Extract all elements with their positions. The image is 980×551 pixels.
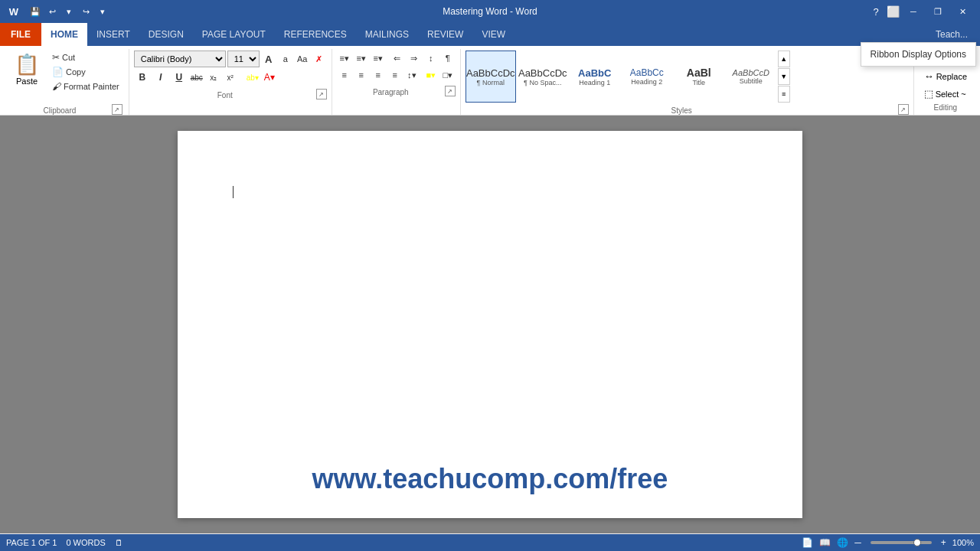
undo-btn[interactable]: ↩ xyxy=(44,4,60,19)
font-label: Font xyxy=(134,91,316,99)
styles-more-btn[interactable]: ≡ xyxy=(778,86,790,103)
paragraph-group: ≡▾ ≡▾ ≡▾ ⇐ ⇒ ↕ ¶ ≡ ≡ ≡ ≡ ↕▾ ■▾ □▾ Paragr… xyxy=(332,49,461,115)
font-grow-btn[interactable]: A xyxy=(261,51,276,67)
view-web-icon[interactable]: 🌐 xyxy=(837,537,848,548)
clear-format-btn[interactable]: ✗ xyxy=(312,51,327,67)
format-painter-button[interactable]: 🖌 Format Painter xyxy=(49,80,122,93)
style-normal[interactable]: AaBbCcDc ¶ Normal xyxy=(466,51,516,103)
clipboard-side: ✂ Cut 📄 Copy 🖌 Format Painter xyxy=(49,51,122,103)
replace-button[interactable]: ↔ Replace xyxy=(919,68,972,84)
undo-dropdown-btn[interactable]: ▾ xyxy=(61,4,77,19)
format-painter-icon: 🖌 xyxy=(52,81,61,92)
bullets-btn[interactable]: ≡▾ xyxy=(337,51,352,66)
view-print-icon[interactable]: 📄 xyxy=(802,537,813,548)
justify-btn[interactable]: ≡ xyxy=(387,67,403,83)
paste-label: Paste xyxy=(16,77,38,86)
help-btn[interactable]: ? xyxy=(868,4,884,19)
style-heading2-label: Heading 2 xyxy=(631,78,662,86)
select-button[interactable]: ⬚ Select ~ xyxy=(919,86,972,102)
style-subtitle[interactable]: AaBbCcD Subtitle xyxy=(726,51,776,103)
tab-view[interactable]: VIEW xyxy=(472,23,514,46)
style-no-spacing-preview: AaBbCcDc xyxy=(518,67,567,79)
tab-mailings[interactable]: MAILINGS xyxy=(356,23,418,46)
tab-home[interactable]: HOME xyxy=(41,23,87,46)
bold-btn[interactable]: B xyxy=(134,69,151,86)
align-right-btn[interactable]: ≡ xyxy=(371,67,386,83)
ribbon: FILE HOME INSERT DESIGN PAGE LAYOUT REFE… xyxy=(0,23,980,116)
style-title[interactable]: AaBl Title xyxy=(674,51,724,103)
tab-review[interactable]: REVIEW xyxy=(418,23,472,46)
multilevel-btn[interactable]: ≡▾ xyxy=(371,51,386,66)
styles-group: AaBbCcDc ¶ Normal AaBbCcDc ¶ No Spac... … xyxy=(461,49,914,115)
tab-pagelayout[interactable]: PAGE LAYOUT xyxy=(193,23,275,46)
paste-button[interactable]: 📋 Paste xyxy=(8,51,46,103)
sort-btn[interactable]: ↕ xyxy=(423,51,439,66)
align-center-btn[interactable]: ≡ xyxy=(354,67,369,83)
style-heading1[interactable]: AaBbC Heading 1 xyxy=(570,51,620,103)
tab-design[interactable]: DESIGN xyxy=(139,23,193,46)
editing-label: Editing xyxy=(919,103,972,112)
decrease-indent-btn[interactable]: ⇐ xyxy=(390,51,405,66)
zoom-out-icon[interactable]: ─ xyxy=(854,537,861,548)
font-case-btn[interactable]: Aa xyxy=(295,51,310,67)
font-row-2: B I U abc x₂ x² ab▾ A▾ xyxy=(134,69,327,86)
font-size-select[interactable]: 11 xyxy=(227,51,260,67)
styles-expand-btn[interactable]: ↗ xyxy=(898,104,909,115)
document-area: www.teachucomp.com/free xyxy=(0,116,980,533)
ribbon-display-options-btn[interactable]: ⬜ xyxy=(885,4,900,19)
highlight-btn[interactable]: ab▾ xyxy=(245,70,260,85)
quick-access-toolbar: 💾 ↩ ▾ ↪ ▾ xyxy=(28,4,110,19)
font-group-label-row: Font ↗ xyxy=(134,89,327,99)
subscript-btn[interactable]: x₂ xyxy=(206,70,221,85)
zoom-slider[interactable] xyxy=(871,541,932,544)
superscript-btn[interactable]: x² xyxy=(223,70,238,85)
line-spacing-btn[interactable]: ↕▾ xyxy=(404,67,420,83)
font-expand-btn[interactable]: ↗ xyxy=(316,89,327,99)
font-color-btn[interactable]: A▾ xyxy=(262,70,277,85)
restore-btn[interactable]: ❐ xyxy=(926,4,949,19)
italic-btn[interactable]: I xyxy=(152,69,169,86)
strikethrough-btn[interactable]: abc xyxy=(189,70,204,85)
copy-button[interactable]: 📄 Copy xyxy=(49,65,122,79)
language-indicator: 🗒 xyxy=(115,538,123,547)
styles-scroll-down[interactable]: ▼ xyxy=(778,68,790,85)
align-left-btn[interactable]: ≡ xyxy=(337,67,352,83)
close-btn[interactable]: ✕ xyxy=(951,4,974,19)
status-bar: PAGE 1 OF 1 0 WORDS 🗒 📄 📖 🌐 ─ + 100% xyxy=(0,534,980,551)
tab-file[interactable]: FILE xyxy=(0,23,41,46)
document-page[interactable]: www.teachucomp.com/free xyxy=(178,131,802,518)
tab-insert[interactable]: INSERT xyxy=(87,23,139,46)
font-group: Calibri (Body) 11 A a Aa ✗ B I U abc x₂ … xyxy=(129,49,332,115)
style-no-spacing[interactable]: AaBbCcDc ¶ No Spac... xyxy=(518,51,568,103)
title-bar-left: W 💾 ↩ ▾ ↪ ▾ xyxy=(6,4,110,19)
font-row-1: Calibri (Body) 11 A a Aa ✗ xyxy=(134,51,327,67)
font-family-select[interactable]: Calibri (Body) xyxy=(134,51,226,67)
border-btn[interactable]: □▾ xyxy=(440,67,456,83)
style-title-label: Title xyxy=(692,79,705,86)
clipboard-expand-btn[interactable]: ↗ xyxy=(112,104,122,115)
shading-btn[interactable]: ■▾ xyxy=(423,67,439,83)
minimize-btn[interactable]: ─ xyxy=(902,4,925,19)
save-btn[interactable]: 💾 xyxy=(28,4,43,19)
style-normal-preview: AaBbCcDc xyxy=(466,67,515,79)
cut-button[interactable]: ✂ Cut xyxy=(49,51,122,64)
ribbon-content: 📋 Paste ✂ Cut 📄 Copy 🖌 Format Painter xyxy=(0,46,980,115)
styles-scroll-up[interactable]: ▲ xyxy=(778,51,790,67)
para-row-1: ≡▾ ≡▾ ≡▾ ⇐ ⇒ ↕ ¶ xyxy=(337,51,456,66)
zoom-in-icon[interactable]: + xyxy=(941,537,946,548)
tab-references[interactable]: REFERENCES xyxy=(275,23,356,46)
numbering-btn[interactable]: ≡▾ xyxy=(354,51,369,66)
redo-btn[interactable]: ↪ xyxy=(78,4,93,19)
zoom-level[interactable]: 100% xyxy=(952,538,974,547)
font-shrink-btn[interactable]: a xyxy=(278,51,293,67)
style-heading2[interactable]: AaBbCc Heading 2 xyxy=(622,51,672,103)
underline-btn[interactable]: U xyxy=(171,69,188,86)
word-count: 0 WORDS xyxy=(66,538,105,547)
qa-more-btn[interactable]: ▾ xyxy=(95,4,110,19)
increase-indent-btn[interactable]: ⇒ xyxy=(407,51,422,66)
style-subtitle-label: Subtitle xyxy=(740,77,763,85)
show-para-btn[interactable]: ¶ xyxy=(440,51,456,66)
para-expand-btn[interactable]: ↗ xyxy=(445,86,456,96)
view-read-icon[interactable]: 📖 xyxy=(819,537,831,548)
clipboard-group-label-row: Clipboard ↗ xyxy=(8,104,122,115)
